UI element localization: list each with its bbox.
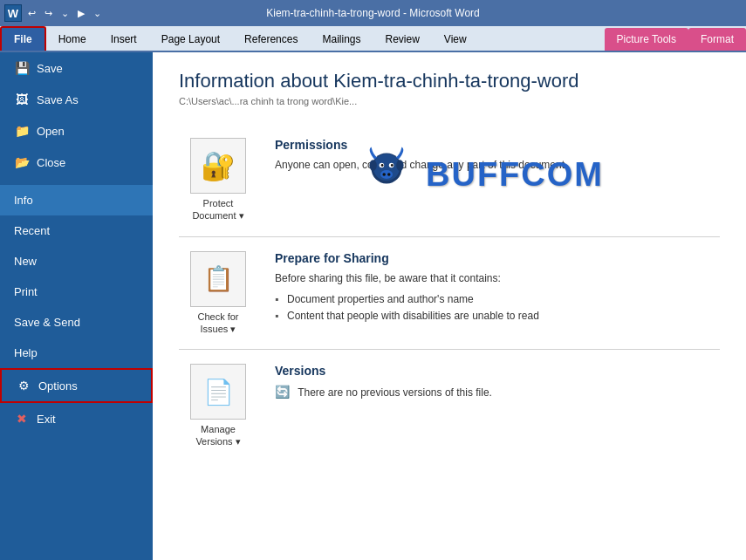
versions-title: Versions [275, 364, 720, 378]
ribbon-tabs: File Home Insert Page Layout References … [0, 26, 746, 52]
check-issues-icon-box[interactable]: 📋 [190, 251, 246, 307]
sidebar-item-open[interactable]: 📁 Open [0, 115, 153, 147]
redo-button[interactable]: ↪ [42, 7, 55, 20]
main-area: 💾 Save 🖼 Save As 📁 Open 📂 Close Info Rec… [0, 52, 746, 560]
picture-tools-label: Picture Tools [605, 28, 688, 51]
protect-document-icon-box[interactable]: 🔐 [190, 138, 246, 194]
versions-desc: 🔄 There are no previous versions of this… [275, 383, 720, 401]
prepare-list-item-2: Content that people with disabilities ar… [275, 308, 720, 324]
manage-versions-icon-box[interactable]: 📄 [190, 364, 246, 420]
picture-tools-group: Picture Tools Format [605, 28, 747, 51]
print-label: Print [14, 285, 38, 298]
tab-references[interactable]: References [232, 28, 310, 51]
sidebar-item-options[interactable]: ⚙ Options [0, 368, 153, 403]
exit-label: Exit [37, 413, 56, 426]
prepare-sharing-content: Prepare for Sharing Before sharing this … [275, 251, 720, 324]
tab-page-layout[interactable]: Page Layout [149, 28, 232, 51]
sidebar-item-help[interactable]: Help [0, 338, 153, 368]
content-area: BUFFCOM Information about Kiem-tra-chinh… [153, 52, 746, 560]
permissions-section: 🔐 ProtectDocument ▾ Permissions Anyone c… [179, 124, 720, 237]
check-issues-label: Check forIssues ▾ [197, 311, 238, 336]
open-label: Open [37, 125, 65, 138]
prepare-sharing-list: Document properties and author's name Co… [275, 291, 720, 324]
permissions-desc: Anyone can open, copy, and change any pa… [275, 157, 720, 173]
word-icon: W [4, 4, 22, 22]
sidebar-item-exit[interactable]: ✖ Exit [0, 403, 153, 434]
help-label: Help [14, 346, 38, 359]
save-icon: 💾 [14, 61, 30, 75]
prepare-list-item-1: Document properties and author's name [275, 291, 720, 308]
save-quick-button[interactable]: ▶ [75, 7, 87, 20]
manage-versions-button[interactable]: 📄 ManageVersions ▾ [179, 364, 257, 448]
save-send-label: Save & Send [14, 316, 80, 329]
permissions-content: Permissions Anyone can open, copy, and c… [275, 138, 720, 173]
save-label: Save [37, 62, 63, 75]
sidebar: 💾 Save 🖼 Save As 📁 Open 📂 Close Info Rec… [0, 52, 153, 560]
options-icon: ⚙ [16, 379, 31, 393]
info-label: Info [14, 194, 33, 207]
tab-insert[interactable]: Insert [99, 28, 149, 51]
permissions-title: Permissions [275, 138, 720, 152]
sidebar-item-print[interactable]: Print [0, 277, 153, 307]
sidebar-item-recent[interactable]: Recent [0, 215, 153, 246]
check-issues-button[interactable]: 📋 Check forIssues ▾ [179, 251, 257, 336]
close-label: Close [37, 156, 65, 169]
save-as-icon: 🖼 [14, 92, 30, 106]
tab-format[interactable]: Format [688, 28, 746, 51]
versions-icon: 📄 [203, 378, 234, 406]
check-icon: 📋 [203, 264, 234, 293]
quick-access-dropdown[interactable]: ⌄ [58, 7, 72, 20]
close-icon: 📂 [14, 155, 30, 169]
undo-button[interactable]: ↩ [25, 7, 38, 20]
window-title: Kiem-tra-chinh-ta-trong-word - Microsoft… [266, 7, 480, 19]
versions-icon-inline: 🔄 [275, 385, 290, 399]
tab-review[interactable]: Review [373, 28, 431, 51]
tab-home[interactable]: Home [46, 28, 99, 51]
save-as-label: Save As [37, 93, 79, 106]
prepare-sharing-title: Prepare for Sharing [275, 251, 720, 265]
protect-document-label: ProtectDocument ▾ [192, 197, 243, 222]
prepare-sharing-desc: Before sharing this file, be aware that … [275, 270, 720, 286]
versions-section: 📄 ManageVersions ▾ Versions 🔄 There are … [179, 350, 720, 462]
new-label: New [14, 255, 37, 268]
sidebar-item-save[interactable]: 💾 Save [0, 52, 153, 84]
title-bar: W ↩ ↪ ⌄ ▶ ⌄ Kiem-tra-chinh-ta-trong-word… [0, 0, 746, 26]
open-icon: 📁 [14, 124, 30, 138]
options-label: Options [38, 379, 78, 393]
lock-icon: 🔐 [201, 149, 236, 182]
quick-dropdown2[interactable]: ⌄ [91, 7, 104, 20]
prepare-sharing-section: 📋 Check forIssues ▾ Prepare for Sharing … [179, 237, 720, 351]
manage-versions-label: ManageVersions ▾ [195, 423, 240, 448]
versions-content: Versions 🔄 There are no previous version… [275, 364, 720, 401]
exit-icon: ✖ [14, 412, 30, 426]
tab-mailings[interactable]: Mailings [310, 28, 373, 51]
tab-file[interactable]: File [0, 26, 46, 51]
sidebar-item-close[interactable]: 📂 Close [0, 147, 153, 178]
title-bar-left: W ↩ ↪ ⌄ ▶ ⌄ [4, 4, 104, 22]
sidebar-item-info[interactable]: Info [0, 185, 153, 215]
recent-label: Recent [14, 224, 50, 237]
sidebar-item-save-and-send[interactable]: Save & Send [0, 307, 153, 338]
sidebar-item-new[interactable]: New [0, 246, 153, 277]
page-title: Information about Kiem-tra-chinh-ta-tron… [179, 70, 720, 92]
file-path: C:\Users\ac\...ra chinh ta trong word\Ki… [179, 96, 720, 106]
tab-view[interactable]: View [432, 28, 479, 51]
sidebar-item-save-as[interactable]: 🖼 Save As [0, 84, 153, 115]
protect-document-button[interactable]: 🔐 ProtectDocument ▾ [179, 138, 257, 222]
